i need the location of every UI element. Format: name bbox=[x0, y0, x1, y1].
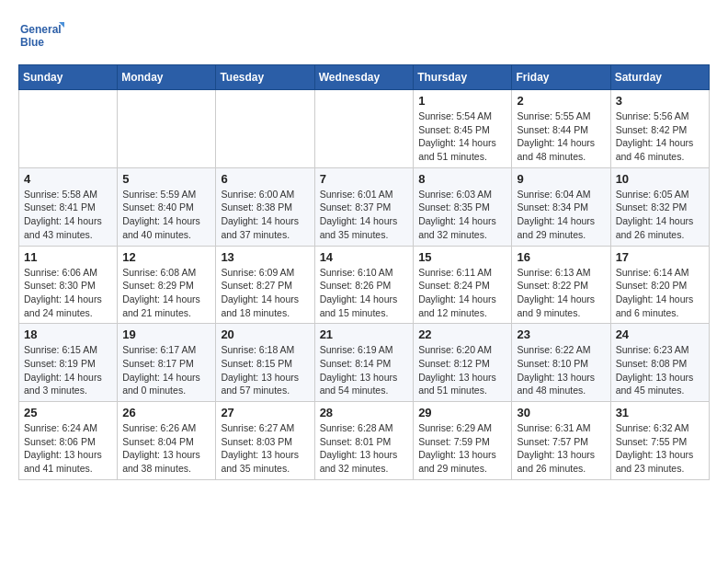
logo: General Blue bbox=[18, 18, 64, 55]
day-number: 18 bbox=[24, 327, 112, 341]
calendar-cell: 30Sunrise: 6:31 AM Sunset: 7:57 PM Dayli… bbox=[512, 402, 610, 480]
day-number: 23 bbox=[517, 327, 605, 341]
day-info: Sunrise: 6:08 AM Sunset: 8:29 PM Dayligh… bbox=[122, 266, 210, 320]
day-info: Sunrise: 5:56 AM Sunset: 8:42 PM Dayligh… bbox=[616, 109, 704, 164]
weekday-sunday: Sunday bbox=[19, 65, 118, 90]
day-info: Sunrise: 6:22 AM Sunset: 8:10 PM Dayligh… bbox=[517, 343, 605, 397]
day-info: Sunrise: 6:05 AM Sunset: 8:32 PM Dayligh… bbox=[616, 188, 704, 242]
calendar-cell: 18Sunrise: 6:15 AM Sunset: 8:19 PM Dayli… bbox=[19, 324, 118, 402]
day-info: Sunrise: 6:09 AM Sunset: 8:27 PM Dayligh… bbox=[221, 266, 309, 320]
day-info: Sunrise: 6:17 AM Sunset: 8:17 PM Dayligh… bbox=[122, 343, 210, 397]
calendar-cell: 8Sunrise: 6:03 AM Sunset: 8:35 PM Daylig… bbox=[414, 167, 512, 246]
day-info: Sunrise: 6:15 AM Sunset: 8:19 PM Dayligh… bbox=[24, 343, 112, 397]
day-info: Sunrise: 6:32 AM Sunset: 7:55 PM Dayligh… bbox=[616, 421, 704, 476]
day-number: 4 bbox=[24, 172, 112, 186]
day-info: Sunrise: 6:03 AM Sunset: 8:35 PM Dayligh… bbox=[418, 188, 506, 242]
day-number: 15 bbox=[418, 250, 506, 264]
calendar-cell: 25Sunrise: 6:24 AM Sunset: 8:06 PM Dayli… bbox=[19, 402, 118, 480]
calendar-cell: 4Sunrise: 5:58 AM Sunset: 8:41 PM Daylig… bbox=[19, 167, 118, 246]
weekday-wednesday: Wednesday bbox=[314, 65, 414, 90]
calendar-cell: 6Sunrise: 6:00 AM Sunset: 8:38 PM Daylig… bbox=[216, 167, 314, 246]
day-number: 30 bbox=[517, 406, 605, 419]
day-number: 28 bbox=[320, 406, 409, 419]
day-info: Sunrise: 6:20 AM Sunset: 8:12 PM Dayligh… bbox=[418, 343, 506, 397]
day-info: Sunrise: 5:58 AM Sunset: 8:41 PM Dayligh… bbox=[24, 188, 112, 242]
header: General Blue bbox=[18, 18, 710, 55]
day-number: 31 bbox=[616, 406, 704, 419]
day-number: 21 bbox=[320, 327, 409, 341]
day-info: Sunrise: 6:23 AM Sunset: 8:08 PM Dayligh… bbox=[616, 343, 704, 397]
day-info: Sunrise: 6:24 AM Sunset: 8:06 PM Dayligh… bbox=[24, 421, 112, 476]
calendar-cell: 19Sunrise: 6:17 AM Sunset: 8:17 PM Dayli… bbox=[118, 324, 216, 402]
calendar-cell: 31Sunrise: 6:32 AM Sunset: 7:55 PM Dayli… bbox=[610, 402, 709, 480]
weekday-tuesday: Tuesday bbox=[216, 65, 314, 90]
calendar-cell bbox=[216, 90, 314, 168]
day-info: Sunrise: 6:14 AM Sunset: 8:20 PM Dayligh… bbox=[616, 266, 704, 320]
day-info: Sunrise: 6:10 AM Sunset: 8:26 PM Dayligh… bbox=[320, 266, 409, 320]
calendar: SundayMondayTuesdayWednesdayThursdayFrid… bbox=[18, 64, 710, 480]
calendar-cell: 7Sunrise: 6:01 AM Sunset: 8:37 PM Daylig… bbox=[314, 167, 414, 246]
weekday-monday: Monday bbox=[118, 65, 216, 90]
day-info: Sunrise: 6:28 AM Sunset: 8:01 PM Dayligh… bbox=[320, 421, 409, 476]
day-number: 2 bbox=[517, 94, 605, 108]
day-number: 16 bbox=[517, 250, 605, 264]
day-number: 13 bbox=[221, 250, 309, 264]
calendar-cell: 9Sunrise: 6:04 AM Sunset: 8:34 PM Daylig… bbox=[512, 167, 610, 246]
day-info: Sunrise: 6:13 AM Sunset: 8:22 PM Dayligh… bbox=[517, 266, 605, 320]
calendar-cell: 2Sunrise: 5:55 AM Sunset: 8:44 PM Daylig… bbox=[512, 90, 610, 168]
calendar-header: SundayMondayTuesdayWednesdayThursdayFrid… bbox=[19, 65, 710, 90]
calendar-week-5: 25Sunrise: 6:24 AM Sunset: 8:06 PM Dayli… bbox=[19, 402, 710, 480]
day-number: 6 bbox=[221, 172, 309, 186]
day-number: 27 bbox=[221, 406, 309, 419]
day-number: 26 bbox=[122, 406, 210, 419]
day-number: 22 bbox=[418, 327, 506, 341]
day-info: Sunrise: 6:04 AM Sunset: 8:34 PM Dayligh… bbox=[517, 188, 605, 242]
weekday-saturday: Saturday bbox=[610, 65, 709, 90]
day-info: Sunrise: 6:26 AM Sunset: 8:04 PM Dayligh… bbox=[122, 421, 210, 476]
weekday-thursday: Thursday bbox=[414, 65, 512, 90]
calendar-cell: 3Sunrise: 5:56 AM Sunset: 8:42 PM Daylig… bbox=[610, 90, 709, 168]
calendar-cell: 29Sunrise: 6:29 AM Sunset: 7:59 PM Dayli… bbox=[414, 402, 512, 480]
calendar-cell: 5Sunrise: 5:59 AM Sunset: 8:40 PM Daylig… bbox=[118, 167, 216, 246]
calendar-week-1: 1Sunrise: 5:54 AM Sunset: 8:45 PM Daylig… bbox=[19, 90, 710, 168]
day-info: Sunrise: 6:31 AM Sunset: 7:57 PM Dayligh… bbox=[517, 421, 605, 476]
calendar-cell: 12Sunrise: 6:08 AM Sunset: 8:29 PM Dayli… bbox=[118, 246, 216, 324]
calendar-cell: 22Sunrise: 6:20 AM Sunset: 8:12 PM Dayli… bbox=[414, 324, 512, 402]
calendar-cell: 24Sunrise: 6:23 AM Sunset: 8:08 PM Dayli… bbox=[610, 324, 709, 402]
day-info: Sunrise: 5:55 AM Sunset: 8:44 PM Dayligh… bbox=[517, 109, 605, 164]
calendar-cell: 15Sunrise: 6:11 AM Sunset: 8:24 PM Dayli… bbox=[414, 246, 512, 324]
day-number: 14 bbox=[320, 250, 409, 264]
calendar-cell: 26Sunrise: 6:26 AM Sunset: 8:04 PM Dayli… bbox=[118, 402, 216, 480]
day-info: Sunrise: 6:18 AM Sunset: 8:15 PM Dayligh… bbox=[221, 343, 309, 397]
calendar-cell: 28Sunrise: 6:28 AM Sunset: 8:01 PM Dayli… bbox=[314, 402, 414, 480]
calendar-cell: 13Sunrise: 6:09 AM Sunset: 8:27 PM Dayli… bbox=[216, 246, 314, 324]
day-number: 10 bbox=[616, 172, 704, 186]
calendar-cell: 11Sunrise: 6:06 AM Sunset: 8:30 PM Dayli… bbox=[19, 246, 118, 324]
day-number: 29 bbox=[418, 406, 506, 419]
day-number: 17 bbox=[616, 250, 704, 264]
calendar-cell: 10Sunrise: 6:05 AM Sunset: 8:32 PM Dayli… bbox=[610, 167, 709, 246]
day-info: Sunrise: 5:54 AM Sunset: 8:45 PM Dayligh… bbox=[418, 109, 506, 164]
calendar-cell: 27Sunrise: 6:27 AM Sunset: 8:03 PM Dayli… bbox=[216, 402, 314, 480]
calendar-cell: 21Sunrise: 6:19 AM Sunset: 8:14 PM Dayli… bbox=[314, 324, 414, 402]
day-info: Sunrise: 6:29 AM Sunset: 7:59 PM Dayligh… bbox=[418, 421, 506, 476]
calendar-cell bbox=[19, 90, 118, 168]
calendar-cell bbox=[118, 90, 216, 168]
calendar-cell: 1Sunrise: 5:54 AM Sunset: 8:45 PM Daylig… bbox=[414, 90, 512, 168]
day-number: 9 bbox=[517, 172, 605, 186]
calendar-cell: 14Sunrise: 6:10 AM Sunset: 8:26 PM Dayli… bbox=[314, 246, 414, 324]
day-number: 1 bbox=[418, 94, 506, 108]
day-info: Sunrise: 6:01 AM Sunset: 8:37 PM Dayligh… bbox=[320, 188, 409, 242]
calendar-body: 1Sunrise: 5:54 AM Sunset: 8:45 PM Daylig… bbox=[19, 90, 710, 480]
calendar-cell bbox=[314, 90, 414, 168]
calendar-week-4: 18Sunrise: 6:15 AM Sunset: 8:19 PM Dayli… bbox=[19, 324, 710, 402]
svg-text:General: General bbox=[20, 23, 62, 36]
calendar-cell: 16Sunrise: 6:13 AM Sunset: 8:22 PM Dayli… bbox=[512, 246, 610, 324]
day-number: 3 bbox=[616, 94, 704, 108]
calendar-week-3: 11Sunrise: 6:06 AM Sunset: 8:30 PM Dayli… bbox=[19, 246, 710, 324]
weekday-friday: Friday bbox=[512, 65, 610, 90]
day-info: Sunrise: 6:00 AM Sunset: 8:38 PM Dayligh… bbox=[221, 188, 309, 242]
calendar-cell: 23Sunrise: 6:22 AM Sunset: 8:10 PM Dayli… bbox=[512, 324, 610, 402]
day-info: Sunrise: 5:59 AM Sunset: 8:40 PM Dayligh… bbox=[122, 188, 210, 242]
day-info: Sunrise: 6:19 AM Sunset: 8:14 PM Dayligh… bbox=[320, 343, 409, 397]
